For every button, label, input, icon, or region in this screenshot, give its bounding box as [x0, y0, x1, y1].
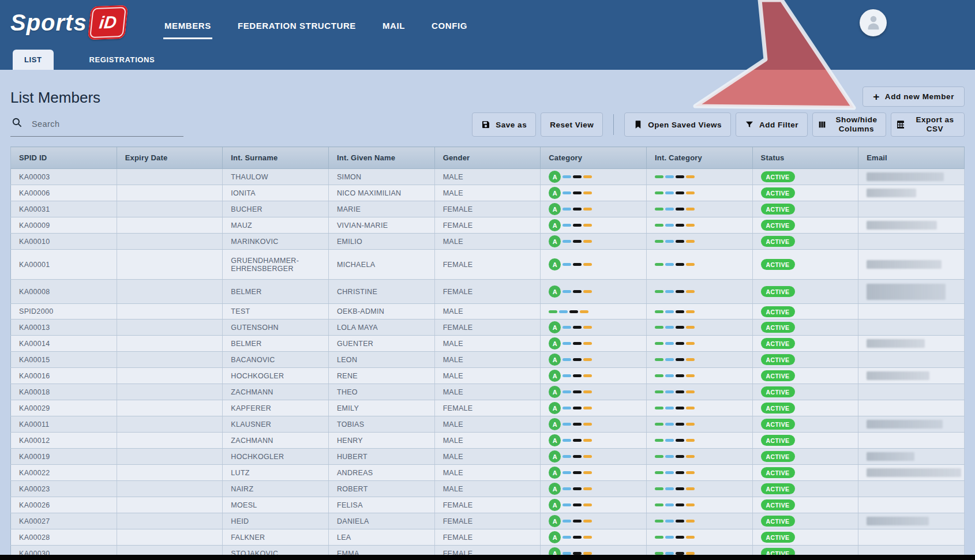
table-header-row: SPID IDExpiry DateInt. SurnameInt. Given… [11, 147, 965, 169]
black-dash-icon [676, 536, 684, 539]
yellow-dash-icon [686, 290, 695, 293]
table-row[interactable]: KA00026MOESLFELISAFEMALEAACTIVE [11, 497, 965, 513]
table-row[interactable]: KA00016HOCHKOGLERRENEMALEAACTIVE [11, 368, 965, 384]
table-row[interactable]: KA00022LUTZANDREASMALEAACTIVE [11, 465, 965, 481]
green-dash-icon [655, 503, 663, 506]
status-cell: ACTIVE [752, 416, 858, 433]
search-input[interactable] [31, 119, 182, 129]
int-given-name-cell: HUBERT [328, 449, 434, 465]
table-row[interactable]: KA00006IONITANICO MAXIMILIANMALEAACTIVE [11, 185, 965, 201]
redacted-email [867, 189, 916, 197]
search-icon [12, 117, 22, 130]
status-cell: ACTIVE [752, 529, 858, 546]
blue-dash-icon [562, 536, 571, 539]
yellow-dash-icon [583, 326, 592, 329]
status-badge: ACTIVE [761, 403, 795, 414]
export-csv-button[interactable]: Export as CSV [891, 112, 965, 137]
reset-view-button[interactable]: Reset View [541, 112, 603, 137]
nav-item-mail[interactable]: MAIL [382, 21, 405, 31]
gender-cell: FEMALE [434, 250, 541, 280]
int-surname-cell: ZACHMANN [223, 384, 329, 400]
table-row[interactable]: KA00018ZACHMANNTHEOMALEAACTIVE [11, 384, 965, 400]
column-header-int-category[interactable]: Int. Category [646, 147, 752, 169]
int-surname-cell: MARINKOVIC [223, 234, 329, 250]
tab-list[interactable]: LIST [13, 50, 54, 70]
yellow-dash-icon [583, 487, 592, 490]
table-row[interactable]: KA00013GUTENSOHNLOLA MAYAFEMALEAACTIVE [11, 320, 965, 336]
table-row[interactable]: KA00010MARINKOVICEMILIOMALEAACTIVE [11, 234, 965, 250]
column-header-status[interactable]: Status [752, 147, 858, 169]
category-cell: A [541, 433, 647, 449]
email-cell [858, 529, 965, 546]
category-cell: A [541, 250, 647, 280]
int-given-name-cell: SIMON [328, 169, 434, 185]
column-header-email[interactable]: Email [858, 147, 965, 169]
table-body: KA00003THAULOWSIMONMALEAACTIVEKA00006ION… [11, 169, 965, 560]
column-header-gender[interactable]: Gender [434, 147, 541, 169]
black-dash-icon [573, 191, 582, 194]
column-header-category[interactable]: Category [541, 147, 647, 169]
tab-registrations[interactable]: REGISTRATIONS [78, 50, 167, 70]
table-row[interactable]: KA00014BELMERGUENTERMALEAACTIVE [11, 336, 965, 352]
brand-logo[interactable]: Sports iD [10, 6, 126, 39]
table-row[interactable]: KA00028FALKNERLEAFEMALEAACTIVE [11, 529, 965, 546]
spid-id-cell: KA00022 [11, 465, 117, 481]
status-badge: ACTIVE [761, 370, 795, 381]
blue-dash-icon [665, 471, 674, 474]
category-cell: A [541, 217, 647, 234]
int-given-name-cell: EMILIO [328, 234, 434, 250]
table-row[interactable]: KA00015BACANOVICLEONMALEAACTIVE [11, 352, 965, 368]
add-new-member-button[interactable]: + Add new Member [862, 87, 965, 107]
black-dash-icon [676, 290, 684, 293]
spid-id-cell: KA00016 [11, 368, 117, 384]
black-dash-icon [573, 439, 582, 442]
add-filter-button[interactable]: Add Filter [736, 112, 808, 137]
table-row[interactable]: KA00001GRUENDHAMMER-EHRENSBERGERMICHAELA… [11, 250, 965, 280]
int-category-cell [646, 513, 752, 529]
yellow-dash-icon [686, 471, 695, 474]
gender-cell: MALE [434, 384, 541, 400]
column-header-spid-id[interactable]: SPID ID [11, 147, 117, 169]
blue-dash-icon [665, 358, 674, 361]
table-row[interactable]: KA00008BELMERCHRISTINEFEMALEAACTIVE [11, 280, 965, 304]
expiry-date-cell [117, 280, 223, 304]
spid-id-cell: KA00013 [11, 320, 117, 336]
green-dash-icon [655, 342, 663, 345]
black-dash-icon [573, 536, 582, 539]
column-header-int-given-name[interactable]: Int. Given Name [328, 147, 434, 169]
table-row[interactable]: KA00029KAPFEREREMILYFEMALEAACTIVE [11, 400, 965, 416]
table-row[interactable]: KA00019HOCHKOGLERHUBERTMALEAACTIVE [11, 449, 965, 465]
nav-item-config[interactable]: CONFIG [432, 21, 467, 31]
email-cell [858, 400, 965, 416]
green-dash-icon [655, 374, 663, 377]
bookmark-icon [633, 120, 643, 129]
table-row[interactable]: KA00023NAIRZROBERTMALEAACTIVE [11, 481, 965, 497]
int-category-cell [646, 433, 752, 449]
table-row[interactable]: KA00011KLAUSNERTOBIASMALEAACTIVE [11, 416, 965, 433]
nav-item-members[interactable]: MEMBERS [164, 21, 211, 31]
toolbar: Save asReset ViewOpen Saved ViewsAdd Fil… [472, 112, 965, 137]
spid-id-cell: KA00009 [11, 217, 117, 234]
status-badge: ACTIVE [761, 467, 795, 478]
user-avatar[interactable] [860, 9, 887, 36]
column-header-int-surname[interactable]: Int. Surname [223, 147, 329, 169]
yellow-dash-icon [686, 208, 695, 211]
column-header-expiry-date[interactable]: Expiry Date [117, 147, 223, 169]
table-row[interactable]: KA00027HEIDDANIELAFEMALEAACTIVE [11, 513, 965, 529]
table-row[interactable]: SPID2000TESTOEKB-ADMINMALEACTIVE [11, 304, 965, 320]
save-as-button[interactable]: Save as [472, 112, 536, 137]
nav-item-federation-structure[interactable]: FEDERATION STRUCTURE [238, 21, 356, 31]
table-row[interactable]: KA00012ZACHMANNHENRYMALEAACTIVE [11, 433, 965, 449]
yellow-dash-icon [583, 374, 592, 377]
category-a-badge: A [549, 203, 561, 215]
table-row[interactable]: KA00031BUCHERMARIEFEMALEAACTIVE [11, 201, 965, 217]
show-hide-columns-button[interactable]: Show/hide Columns [812, 112, 886, 137]
table-row[interactable]: KA00003THAULOWSIMONMALEAACTIVE [11, 169, 965, 185]
open-saved-views-button[interactable]: Open Saved Views [624, 112, 731, 137]
table-row[interactable]: KA00009MAUZVIVIAN-MARIEFEMALEAACTIVE [11, 217, 965, 234]
int-surname-cell: HEID [223, 513, 329, 529]
int-surname-cell: BELMER [223, 280, 329, 304]
blue-dash-icon [562, 439, 571, 442]
green-dash-icon [655, 326, 663, 329]
status-badge: ACTIVE [761, 354, 795, 365]
